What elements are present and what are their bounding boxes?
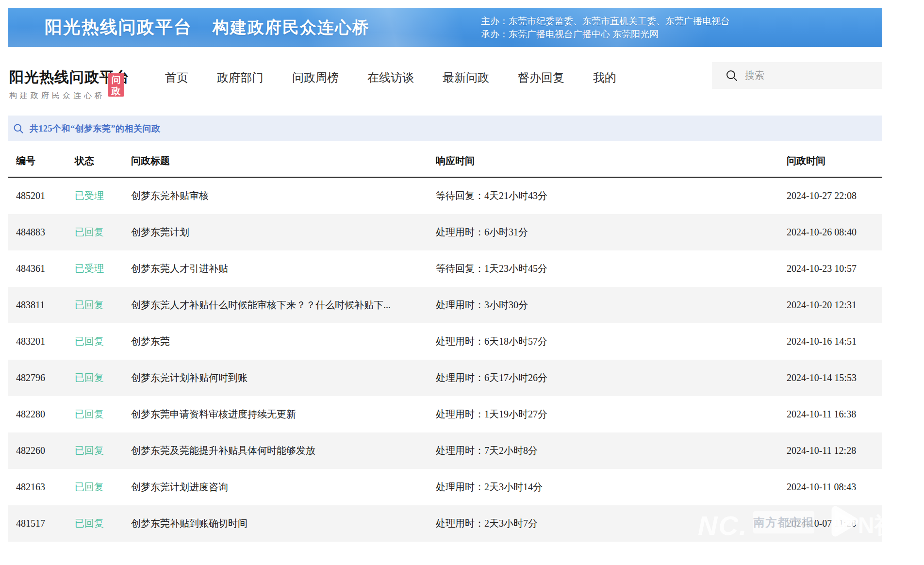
table-row[interactable]: 483811 已回复 创梦东莞人才补贴什么时候能审核下来？？什么时候补贴下...… bbox=[8, 287, 882, 323]
row-status: 已回复 bbox=[75, 396, 104, 432]
row-status: 已回复 bbox=[75, 432, 104, 469]
column-header-status: 状态 bbox=[75, 146, 94, 176]
nav-item-weekly-ranking[interactable]: 问政周榜 bbox=[292, 70, 339, 85]
row-response-time: 处理用时：2天3小时7分 bbox=[436, 505, 538, 542]
table-row[interactable]: 482280 已回复 创梦东莞申请资料审核进度持续无更新 处理用时：1天19小时… bbox=[8, 396, 882, 432]
row-title[interactable]: 创梦东莞人才引进补贴 bbox=[131, 250, 228, 287]
row-ask-time: 2024-10-27 22:08 bbox=[787, 178, 857, 214]
row-status: 已受理 bbox=[75, 250, 104, 287]
logo-badge: 问 政 bbox=[108, 73, 124, 97]
row-title[interactable]: 创梦东莞计划 bbox=[131, 214, 189, 250]
row-title[interactable]: 创梦东莞补贴到账确切时间 bbox=[131, 505, 248, 542]
row-ask-time: 2024-10-11 16:38 bbox=[787, 396, 856, 432]
table-row[interactable]: 482260 已回复 创梦东莞及莞能提升补贴具体何时能够发放 处理用时：7天2小… bbox=[8, 432, 882, 469]
navbar: 阳光热线问政平台 构建政府民众连心桥 问 政 首页 政府部门 问政周榜 在线访谈… bbox=[8, 47, 882, 116]
result-bar: 共125个和“创梦东莞”的相关问政 bbox=[8, 116, 882, 141]
row-id: 482163 bbox=[16, 469, 45, 505]
row-status: 已回复 bbox=[75, 360, 104, 396]
row-id: 482260 bbox=[16, 432, 45, 469]
table-row[interactable]: 485201 已受理 创梦东莞补贴审核 等待回复：4天21小时43分 2024-… bbox=[8, 178, 882, 214]
row-title[interactable]: 创梦东莞计划进度咨询 bbox=[131, 469, 228, 505]
row-title[interactable]: 创梦东莞人才补贴什么时候能审核下来？？什么时候补贴下... bbox=[131, 287, 391, 323]
row-response-time: 处理用时：6天17小时26分 bbox=[436, 360, 547, 396]
row-status: 已回复 bbox=[75, 469, 104, 505]
table-body: 485201 已受理 创梦东莞补贴审核 等待回复：4天21小时43分 2024-… bbox=[8, 178, 882, 542]
row-id: 483811 bbox=[16, 287, 45, 323]
search-icon[interactable] bbox=[726, 69, 738, 82]
row-ask-time: 2024-10-14 15:53 bbox=[787, 360, 857, 396]
row-id: 482796 bbox=[16, 360, 45, 396]
top-banner: 阳光热线问政平台 构建政府民众连心桥 主办：东莞市纪委监委、东莞市直机关工委、东… bbox=[8, 8, 882, 47]
row-title[interactable]: 创梦东莞及莞能提升补贴具体何时能够发放 bbox=[131, 432, 315, 469]
result-search-icon bbox=[13, 123, 24, 134]
row-response-time: 等待回复：4天21小时43分 bbox=[436, 178, 547, 214]
row-status: 已回复 bbox=[75, 323, 104, 360]
table-row[interactable]: 484361 已受理 创梦东莞人才引进补贴 等待回复：1天23小时45分 202… bbox=[8, 250, 882, 287]
row-title[interactable]: 创梦东莞计划补贴何时到账 bbox=[131, 360, 248, 396]
nav-item-latest-inquiries[interactable]: 最新问政 bbox=[443, 70, 489, 85]
row-ask-time: 2024-10-11 08:43 bbox=[787, 469, 856, 505]
row-title[interactable]: 创梦东莞补贴审核 bbox=[131, 178, 209, 214]
site-logo[interactable]: 阳光热线问政平台 构建政府民众连心桥 问 政 bbox=[9, 67, 130, 101]
row-response-time: 处理用时：7天2小时8分 bbox=[436, 432, 538, 469]
table-row[interactable]: 484883 已回复 创梦东莞计划 处理用时：6小时31分 2024-10-26… bbox=[8, 214, 882, 250]
column-header-id: 编号 bbox=[16, 146, 35, 176]
row-ask-time: 2024-10-20 12:31 bbox=[787, 287, 857, 323]
banner-slogan: 构建政府民众连心桥 bbox=[213, 17, 370, 39]
row-ask-time: 2024-10-11 12:28 bbox=[787, 432, 856, 469]
banner-host-line: 主办：东莞市纪委监委、东莞市直机关工委、东莞广播电视台 bbox=[481, 15, 730, 28]
table-header: 编号 状态 问政标题 响应时间 问政时间 bbox=[8, 146, 882, 178]
nav-item-departments[interactable]: 政府部门 bbox=[217, 70, 264, 85]
nav-item-home[interactable]: 首页 bbox=[165, 70, 188, 85]
table-row[interactable]: 482796 已回复 创梦东莞计划补贴何时到账 处理用时：6天17小时26分 2… bbox=[8, 360, 882, 396]
table-row[interactable]: 482163 已回复 创梦东莞计划进度咨询 处理用时：2天3小时14分 2024… bbox=[8, 469, 882, 505]
row-title[interactable]: 创梦东莞 bbox=[131, 323, 170, 360]
table-row[interactable]: 483201 已回复 创梦东莞 处理用时：6天18小时57分 2024-10-1… bbox=[8, 323, 882, 360]
row-id: 484361 bbox=[16, 250, 45, 287]
table-row[interactable]: 481517 已回复 创梦东莞补贴到账确切时间 处理用时：2天3小时7分 202… bbox=[8, 505, 882, 542]
row-status: 已受理 bbox=[75, 178, 104, 214]
row-ask-time: 2024-10-16 14:51 bbox=[787, 323, 857, 360]
row-status: 已回复 bbox=[75, 214, 104, 250]
banner-title: 阳光热线问政平台 bbox=[45, 16, 192, 39]
column-header-response: 响应时间 bbox=[436, 146, 475, 176]
row-status: 已回复 bbox=[75, 505, 104, 542]
row-id: 485201 bbox=[16, 178, 45, 214]
row-id: 482280 bbox=[16, 396, 45, 432]
row-response-time: 处理用时：1天19小时27分 bbox=[436, 396, 547, 432]
row-ask-time: 2024-10-07 11:28 bbox=[787, 505, 856, 542]
nav-item-my[interactable]: 我的 bbox=[593, 70, 616, 85]
row-ask-time: 2024-10-23 10:57 bbox=[787, 250, 857, 287]
row-id: 483201 bbox=[16, 323, 45, 360]
row-id: 484883 bbox=[16, 214, 45, 250]
row-response-time: 处理用时：2天3小时14分 bbox=[436, 469, 543, 505]
search-box[interactable] bbox=[712, 62, 882, 89]
search-input[interactable] bbox=[745, 70, 871, 81]
row-ask-time: 2024-10-26 08:40 bbox=[787, 214, 857, 250]
row-response-time: 处理用时：6天18小时57分 bbox=[436, 323, 547, 360]
nav-item-supervised-replies[interactable]: 督办回复 bbox=[518, 70, 564, 85]
banner-organizer-line: 承办：东莞广播电视台广播中心 东莞阳光网 bbox=[481, 28, 730, 41]
row-id: 481517 bbox=[16, 505, 45, 542]
nav-item-online-interview[interactable]: 在线访谈 bbox=[367, 70, 414, 85]
row-response-time: 处理用时：3小时30分 bbox=[436, 287, 528, 323]
main-nav: 首页 政府部门 问政周榜 在线访谈 最新问政 督办回复 我的 bbox=[165, 70, 616, 85]
inquiry-table: 编号 状态 问政标题 响应时间 问政时间 485201 已受理 创梦东莞补贴审核… bbox=[8, 146, 882, 542]
result-count-text: 共125个和“创梦东莞”的相关问政 bbox=[30, 123, 161, 134]
row-title[interactable]: 创梦东莞申请资料审核进度持续无更新 bbox=[131, 396, 296, 432]
row-response-time: 处理用时：6小时31分 bbox=[436, 214, 528, 250]
column-header-time: 问政时间 bbox=[787, 146, 825, 176]
row-response-time: 等待回复：1天23小时45分 bbox=[436, 250, 547, 287]
column-header-title: 问政标题 bbox=[131, 146, 170, 176]
row-status: 已回复 bbox=[75, 287, 104, 323]
